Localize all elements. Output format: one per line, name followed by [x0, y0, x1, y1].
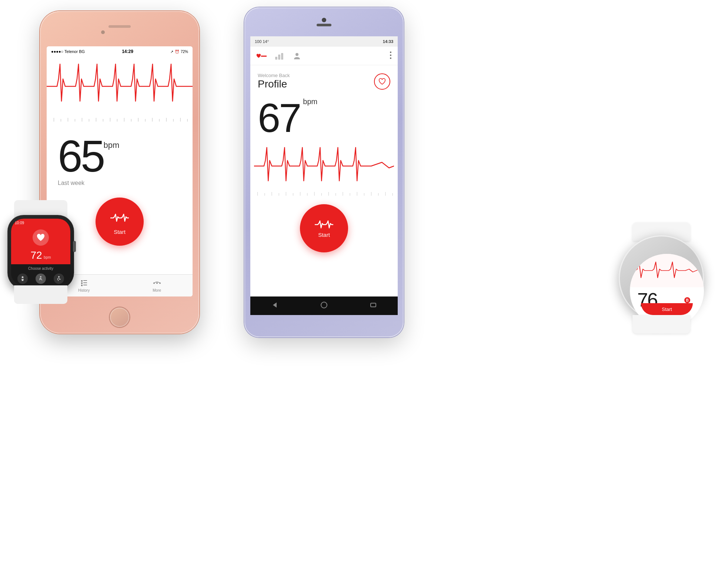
android-welcome-title: Profile [258, 78, 390, 90]
ios-alarm-icon: ⏰ [175, 50, 179, 54]
android-tab-heart[interactable] [256, 51, 267, 61]
android-bpm-section: 67 bpm [250, 94, 398, 142]
watch-bpm-row: 72 bpm [11, 249, 70, 264]
gear-start-label: Start [662, 306, 672, 312]
android-profile-tab-icon [293, 52, 301, 60]
watch-crown[interactable] [73, 241, 76, 252]
svg-rect-32 [275, 57, 277, 59]
watch-heart-icon [36, 233, 45, 242]
android-ticks [250, 190, 398, 197]
android-ticks-svg [254, 190, 394, 197]
android-bpm-number: 67 [258, 97, 300, 138]
running-icon [56, 276, 62, 282]
android-more-icon[interactable] [390, 51, 392, 61]
watch-body: 10:09 72 bpm Choose activity [7, 215, 74, 289]
ios-ticks-svg [50, 116, 189, 123]
watch-activity-cardio[interactable]: Cardio [54, 274, 64, 285]
svg-point-37 [390, 54, 391, 56]
android-ecg-area [254, 142, 394, 190]
ios-carrier: ●●●●○ Telenor BG [51, 49, 85, 54]
android-ecg-icon [315, 219, 333, 230]
watch-bpm-number: 72 [30, 249, 42, 261]
ios-bpm-section: 65bpm Last week [47, 123, 193, 194]
android-status-left: 100 14° [255, 39, 269, 44]
svg-rect-25 [83, 285, 87, 285]
ios-bpm-unit: bpm [103, 140, 119, 150]
svg-point-36 [390, 52, 391, 53]
watch-cardio-icon [54, 274, 64, 284]
ios-start-label: Start [114, 229, 126, 235]
watch-heart-section [11, 226, 70, 249]
ios-bpm-subtitle: Last week [58, 180, 181, 186]
gear-ecg-area [630, 254, 704, 287]
ios-camera [101, 30, 105, 34]
android-tab-icons [256, 51, 302, 61]
ios-tab-more[interactable]: More [153, 279, 161, 292]
android-welcome-subtitle: Welcome Back [258, 73, 390, 78]
rest-figure-icon [20, 276, 26, 282]
ios-location-icon: ↗ [170, 50, 173, 54]
watch-band-bottom [14, 285, 67, 304]
ios-status-right: ↗ ⏰ 72% [170, 50, 188, 54]
watch-bpm-unit: bpm [44, 255, 51, 259]
apple-watch: 10:09 72 bpm Choose activity [0, 200, 81, 304]
svg-point-35 [295, 53, 298, 56]
ios-time: 14:29 [122, 49, 133, 54]
ios-ticks [47, 116, 193, 123]
android-phone: 100 14° 14:33 [244, 7, 404, 337]
android-status-time: 14:33 [383, 39, 393, 44]
watch-activities: Rest Warm Up [11, 272, 70, 285]
ios-ecg-icon [110, 209, 129, 227]
android-start-button[interactable]: Start [300, 204, 348, 252]
watch-rest-icon [17, 274, 28, 284]
android-back-icon [271, 301, 279, 309]
svg-rect-33 [278, 55, 280, 59]
svg-rect-34 [281, 53, 283, 59]
gear-start-button[interactable]: Start [641, 303, 693, 315]
svg-point-29 [22, 276, 24, 278]
android-tab-chart[interactable] [274, 51, 284, 61]
gear-bluetooth-icon: B [684, 297, 691, 304]
android-start-label: Start [318, 232, 330, 238]
ios-speaker [108, 25, 131, 28]
watch-header: 10:09 [11, 219, 70, 226]
android-chart-tab-icon [275, 52, 284, 60]
android-home-icon [320, 301, 328, 309]
svg-rect-23 [83, 280, 87, 281]
android-back-button[interactable] [271, 301, 279, 311]
ios-ecg-svg [47, 57, 193, 116]
watch-screen: 10:09 72 bpm Choose activity [11, 219, 70, 285]
android-ecg-svg [254, 142, 394, 190]
watch-screen-content: 10:09 72 bpm Choose activity [11, 219, 70, 285]
android-heart-tab-icon [256, 52, 261, 60]
android-heart-icon-svg [378, 78, 386, 85]
ios-tab-more-label: More [153, 288, 161, 292]
android-recent-button[interactable] [369, 301, 377, 311]
gear-band-bottom [632, 315, 690, 334]
more-icon [153, 279, 161, 287]
ios-home-button[interactable] [110, 308, 129, 327]
ios-start-button[interactable]: Start [96, 198, 144, 246]
ios-battery: 72% [181, 50, 188, 54]
android-home-button[interactable] [320, 301, 328, 311]
android-tab-active-indicator [261, 56, 267, 57]
watch-activity-warmup[interactable]: Warm Up [34, 274, 47, 285]
android-bpm-unit-col: bpm [303, 97, 317, 110]
watch-time: 10:09 [15, 221, 24, 225]
svg-rect-24 [83, 282, 87, 283]
android-phone-shell: 100 14° 14:33 [244, 7, 404, 337]
ios-status-left: ●●●●○ Telenor BG [51, 49, 85, 54]
svg-rect-61 [371, 303, 376, 307]
android-status-bar: 100 14° 14:33 [250, 36, 398, 47]
android-camera [322, 18, 326, 22]
android-nav-bar [250, 296, 398, 315]
watch-activity-rest[interactable]: Rest [17, 274, 28, 285]
android-overflow-icon [390, 51, 392, 60]
android-heart-indicator [374, 73, 390, 90]
gear-watch: 76 bpm 10 Days Ago B Start [613, 222, 709, 334]
watch-activity-label: Choose activity [11, 264, 70, 272]
android-tab-profile[interactable] [292, 51, 302, 61]
ios-bpm-number: 65 [58, 131, 103, 181]
svg-text:B: B [686, 298, 688, 302]
svg-point-31 [58, 276, 60, 278]
